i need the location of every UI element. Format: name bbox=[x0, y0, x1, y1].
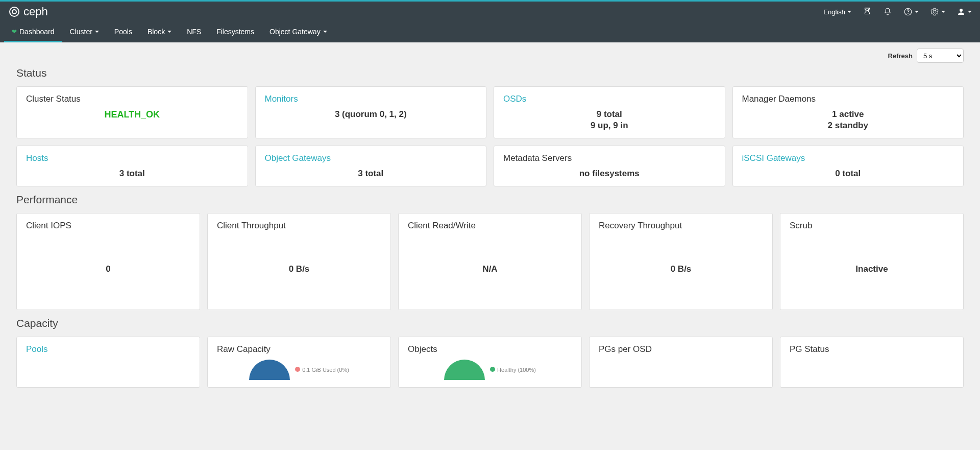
legend-entry: 0.1 GiB Used (0%) bbox=[295, 367, 349, 373]
card-value-line2: 9 up, 9 in bbox=[503, 121, 716, 131]
pie-chart-stub: 0.1 GiB Used (0%) bbox=[217, 360, 381, 380]
topbar-right: English bbox=[823, 7, 972, 16]
card-value-line1: 1 active bbox=[742, 109, 954, 120]
card-title: Objects bbox=[408, 344, 572, 354]
language-dropdown[interactable]: English bbox=[823, 8, 851, 16]
status-grid-2: Hosts 3 total Object Gateways 3 total Me… bbox=[16, 146, 964, 186]
card-title: Cluster Status bbox=[26, 94, 238, 104]
topbar: ceph English bbox=[0, 2, 980, 22]
card-monitors: Monitors 3 (quorum 0, 1, 2) bbox=[255, 86, 487, 138]
refresh-select[interactable]: 5 s10 s15 s30 s1 min bbox=[917, 49, 964, 63]
caret-down-icon bbox=[941, 11, 945, 13]
nav-nfs[interactable]: NFS bbox=[179, 22, 209, 42]
svg-point-1 bbox=[12, 10, 16, 14]
card-value: 0 bbox=[26, 236, 190, 302]
nav-dashboard[interactable]: ❤ Dashboard bbox=[4, 22, 62, 42]
card-value: 0 total bbox=[742, 169, 954, 179]
legend-label: Healthy (100%) bbox=[497, 367, 536, 373]
settings-dropdown[interactable] bbox=[930, 7, 945, 16]
card-value: Inactive bbox=[790, 236, 954, 302]
nav-filesystems[interactable]: Filesystems bbox=[209, 22, 262, 42]
card-mgr: Manager Daemons 1 active 2 standby bbox=[732, 86, 964, 138]
card-value: 3 total bbox=[26, 169, 238, 179]
card-client-rw: Client Read/Write N/A bbox=[398, 213, 582, 310]
heart-icon: ❤ bbox=[12, 28, 17, 35]
nav-pools[interactable]: Pools bbox=[107, 22, 140, 42]
card-title: Manager Daemons bbox=[742, 94, 954, 104]
card-title: Client Read/Write bbox=[408, 221, 572, 231]
card-value-line2: 2 standby bbox=[742, 121, 954, 131]
card-title: Recovery Throughput bbox=[599, 221, 763, 231]
page-content: Refresh 5 s10 s15 s30 s1 min Status Clus… bbox=[0, 42, 980, 405]
card-value: no filesystems bbox=[503, 169, 716, 179]
ceph-logo-icon bbox=[8, 6, 20, 18]
legend-label: 0.1 GiB Used (0%) bbox=[302, 367, 349, 373]
card-title-link[interactable]: Pools bbox=[26, 344, 190, 354]
nav-label: Object Gateway bbox=[270, 28, 321, 36]
card-pgs-per-osd: PGs per OSD bbox=[589, 337, 773, 388]
legend-dot-icon bbox=[295, 367, 300, 372]
svg-point-3 bbox=[908, 13, 909, 14]
nav-label: Filesystems bbox=[216, 28, 254, 36]
brand-text: ceph bbox=[23, 5, 48, 18]
caret-down-icon bbox=[968, 11, 972, 13]
svg-point-4 bbox=[960, 9, 963, 12]
capacity-grid: Pools Raw Capacity 0.1 GiB Used (0%) Obj… bbox=[16, 337, 964, 388]
language-label: English bbox=[823, 8, 845, 16]
card-raw-capacity: Raw Capacity 0.1 GiB Used (0%) bbox=[207, 337, 391, 388]
card-title: PG Status bbox=[790, 344, 954, 354]
section-title-status: Status bbox=[16, 67, 964, 79]
card-value: 0 B/s bbox=[599, 236, 763, 302]
brand-logo[interactable]: ceph bbox=[8, 5, 48, 18]
user-icon bbox=[957, 7, 966, 16]
caret-down-icon bbox=[915, 11, 919, 13]
nav-label: Cluster bbox=[70, 28, 92, 36]
pie-chart-stub: Healthy (100%) bbox=[408, 360, 572, 380]
nav-block[interactable]: Block bbox=[140, 22, 179, 42]
legend-entry: Healthy (100%) bbox=[490, 367, 536, 373]
tasks-icon[interactable] bbox=[863, 7, 872, 16]
help-icon bbox=[903, 7, 913, 16]
user-dropdown[interactable] bbox=[957, 7, 972, 16]
card-title: Raw Capacity bbox=[217, 344, 381, 354]
nav-object-gateway[interactable]: Object Gateway bbox=[262, 22, 335, 42]
health-status-value: HEALTH_OK bbox=[26, 109, 238, 120]
card-title: Client Throughput bbox=[217, 221, 381, 231]
card-title-link[interactable]: Object Gateways bbox=[265, 153, 477, 163]
card-iscsi: iSCSI Gateways 0 total bbox=[732, 146, 964, 186]
bell-icon bbox=[883, 7, 892, 16]
svg-point-0 bbox=[10, 7, 19, 16]
nav-label: Block bbox=[148, 28, 165, 36]
help-dropdown[interactable] bbox=[903, 7, 919, 16]
card-value: 3 total bbox=[265, 169, 477, 179]
half-pie-icon bbox=[444, 360, 485, 380]
nav-cluster[interactable]: Cluster bbox=[62, 22, 107, 42]
card-title: Scrub bbox=[790, 221, 954, 231]
half-pie-icon bbox=[249, 360, 290, 380]
card-hosts: Hosts 3 total bbox=[16, 146, 248, 186]
card-metadata-servers: Metadata Servers no filesystems bbox=[494, 146, 725, 186]
card-pg-status: PG Status bbox=[780, 337, 964, 388]
card-client-throughput: Client Throughput 0 B/s bbox=[207, 213, 391, 310]
card-client-iops: Client IOPS 0 bbox=[16, 213, 200, 310]
caret-down-icon bbox=[323, 31, 327, 33]
refresh-label: Refresh bbox=[888, 52, 913, 60]
nav-label: Pools bbox=[114, 28, 132, 36]
caret-down-icon bbox=[95, 31, 99, 33]
performance-grid: Client IOPS 0 Client Throughput 0 B/s Cl… bbox=[16, 213, 964, 310]
card-title-link[interactable]: Monitors bbox=[265, 94, 477, 104]
hourglass-icon bbox=[863, 7, 872, 16]
card-title-link[interactable]: OSDs bbox=[503, 94, 716, 104]
card-object-gateways: Object Gateways 3 total bbox=[255, 146, 487, 186]
legend-dot-icon bbox=[490, 367, 495, 372]
card-osds: OSDs 9 total 9 up, 9 in bbox=[494, 86, 725, 138]
card-title-link[interactable]: iSCSI Gateways bbox=[742, 153, 954, 163]
card-title-link[interactable]: Hosts bbox=[26, 153, 238, 163]
section-title-performance: Performance bbox=[16, 194, 964, 206]
notifications-icon[interactable] bbox=[883, 7, 892, 16]
card-objects: Objects Healthy (100%) bbox=[398, 337, 582, 388]
card-value-line1: 9 total bbox=[503, 109, 716, 120]
card-pools: Pools bbox=[16, 337, 200, 388]
card-title: Metadata Servers bbox=[503, 153, 716, 163]
card-value: 0 B/s bbox=[217, 236, 381, 302]
